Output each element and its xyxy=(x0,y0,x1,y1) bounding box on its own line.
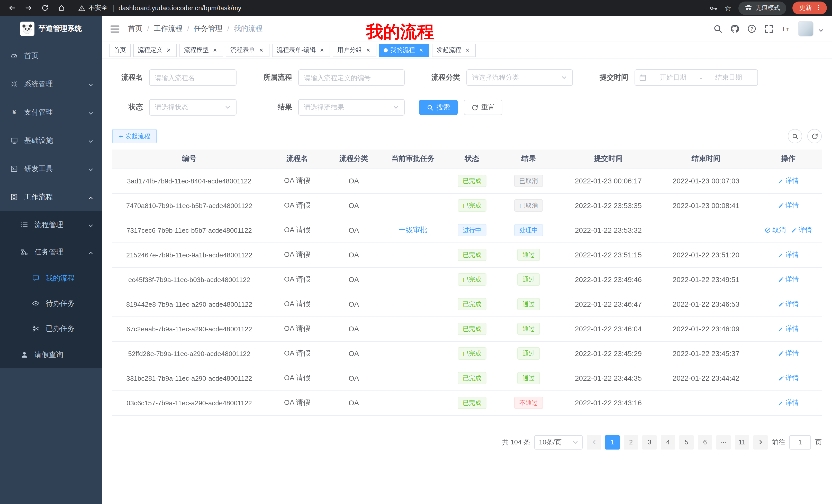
result-select[interactable]: 请选择流结果 xyxy=(298,99,405,116)
sidebar-item-支付管理[interactable]: ¥支付管理 xyxy=(0,98,102,127)
fullscreen-icon[interactable] xyxy=(764,24,773,33)
sidebar-item-label: 首页 xyxy=(24,51,38,60)
sidebar-item-系统管理[interactable]: 系统管理 xyxy=(0,70,102,98)
tab-label: 用户分组 xyxy=(337,46,362,54)
tab-我的流程[interactable]: 我的流程× xyxy=(379,44,430,57)
name-input[interactable] xyxy=(155,74,231,81)
sidebar-item-label: 我的流程 xyxy=(46,274,75,283)
sidebar-item-研发工具[interactable]: 研发工具 xyxy=(0,155,102,183)
refresh-button[interactable] xyxy=(807,129,822,143)
sidebar-item-已办任务[interactable]: 已办任务 xyxy=(0,316,102,341)
tab-流程表单-编辑[interactable]: 流程表单-编辑× xyxy=(272,44,330,57)
cell-category: OA xyxy=(328,193,380,218)
tab-发起流程[interactable]: 发起流程× xyxy=(432,44,476,57)
github-icon[interactable] xyxy=(730,24,739,33)
detail-link[interactable]: 详情 xyxy=(778,324,799,333)
tab-流程模型[interactable]: 流程模型× xyxy=(179,44,223,57)
back-icon[interactable] xyxy=(5,1,19,15)
detail-link[interactable]: 详情 xyxy=(778,250,799,259)
forward-icon[interactable] xyxy=(22,1,35,15)
filter-label-result: 结果 xyxy=(251,103,298,112)
close-icon[interactable]: × xyxy=(365,47,372,54)
close-icon[interactable]: × xyxy=(258,47,265,54)
more-icon[interactable] xyxy=(815,4,822,12)
search-icon[interactable] xyxy=(713,24,723,33)
status-badge: 已完成 xyxy=(458,249,487,261)
key-icon[interactable] xyxy=(709,4,717,12)
create-process-button[interactable]: + 发起流程 xyxy=(112,129,157,143)
detail-link[interactable]: 详情 xyxy=(778,201,799,210)
hamburger-icon[interactable] xyxy=(110,24,120,33)
sidebar-item-基础设施[interactable]: 基础设施 xyxy=(0,127,102,155)
reset-button[interactable]: 重置 xyxy=(464,100,502,115)
sidebar-item-工作流程[interactable]: 工作流程 xyxy=(0,183,102,211)
url-text: dashboard.yudao.iocoder.cn/bpm/task/my xyxy=(119,4,241,11)
submit-time-range[interactable]: 开始日期 - 结束日期 xyxy=(634,69,758,86)
breadcrumb-item[interactable]: 工作流程 xyxy=(154,24,183,33)
sidebar-item-任务管理[interactable]: 任务管理 xyxy=(0,239,102,265)
toggle-search-button[interactable] xyxy=(788,129,802,143)
status-badge: 进行中 xyxy=(458,224,487,236)
tab-流程定义[interactable]: 流程定义× xyxy=(133,44,177,57)
close-icon[interactable]: × xyxy=(318,47,326,54)
question-icon[interactable]: ? xyxy=(747,24,756,33)
chevron-down-icon xyxy=(561,75,567,81)
detail-link[interactable]: 详情 xyxy=(778,349,799,358)
range-separator: - xyxy=(700,74,702,81)
avatar[interactable] xyxy=(798,21,813,36)
cell-id: 331bc281-7b9a-11ec-a290-acde48001122 xyxy=(112,366,266,390)
sidebar-item-label: 基础设施 xyxy=(24,136,53,145)
app-logo[interactable]: 芋道管理系统 xyxy=(0,16,102,41)
reload-icon[interactable] xyxy=(38,1,51,15)
breadcrumb-item[interactable]: 首页 xyxy=(128,24,142,33)
page-size-select[interactable]: 10条/页 xyxy=(534,435,582,449)
close-icon[interactable]: × xyxy=(418,47,425,54)
sidebar: 芋道管理系统 首页系统管理¥支付管理基础设施研发工具工作流程流程管理任务管理我的… xyxy=(0,16,102,504)
definition-input[interactable] xyxy=(304,74,399,81)
status-select[interactable]: 请选择状态 xyxy=(149,99,237,116)
breadcrumb-item[interactable]: 任务管理 xyxy=(194,24,223,33)
sidebar-item-我的流程[interactable]: 我的流程 xyxy=(0,265,102,291)
detail-link[interactable]: 详情 xyxy=(778,300,799,309)
sidebar-item-待办任务[interactable]: 待办任务 xyxy=(0,291,102,316)
tab-流程表单[interactable]: 流程表单× xyxy=(226,44,269,57)
chevron-down-icon[interactable] xyxy=(818,26,824,32)
cancel-link[interactable]: 取消 xyxy=(765,226,786,235)
prev-page-button[interactable] xyxy=(587,435,601,449)
page-button-5[interactable]: 5 xyxy=(679,435,694,449)
update-button[interactable]: 更新 xyxy=(792,2,827,15)
sidebar-item-首页[interactable]: 首页 xyxy=(0,41,102,70)
page-button-2[interactable]: 2 xyxy=(624,435,638,449)
close-icon[interactable]: × xyxy=(211,47,218,54)
detail-link[interactable]: 详情 xyxy=(778,373,799,383)
font-size-icon[interactable]: TT xyxy=(781,24,790,33)
star-icon[interactable]: ☆ xyxy=(724,4,732,12)
page-ellipsis[interactable]: ··· xyxy=(716,435,731,449)
detail-link[interactable]: 详情 xyxy=(778,176,799,186)
search-button[interactable]: 搜索 xyxy=(419,100,458,115)
close-icon[interactable]: × xyxy=(165,47,172,54)
sidebar-item-请假查询[interactable]: 请假查询 xyxy=(0,341,102,368)
tab-用户分组[interactable]: 用户分组× xyxy=(333,44,376,57)
page-button-6[interactable]: 6 xyxy=(698,435,712,449)
goto-page-input[interactable] xyxy=(789,435,811,449)
category-select[interactable]: 请选择流程分类 xyxy=(466,69,573,86)
task-link[interactable]: 一级审批 xyxy=(398,226,427,234)
page-button-1[interactable]: 1 xyxy=(605,435,620,449)
close-icon[interactable]: × xyxy=(464,47,471,54)
sidebar-item-流程管理[interactable]: 流程管理 xyxy=(0,211,102,239)
tab-首页[interactable]: 首页 xyxy=(109,44,131,57)
home-icon[interactable] xyxy=(54,1,68,15)
page-button-3[interactable]: 3 xyxy=(642,435,657,449)
page-button-11[interactable]: 11 xyxy=(735,435,749,449)
detail-link[interactable]: 详情 xyxy=(778,398,799,408)
result-badge: 已取消 xyxy=(514,199,543,212)
next-page-button[interactable] xyxy=(753,435,768,449)
detail-link[interactable]: 详情 xyxy=(778,275,799,284)
address-bar[interactable]: 不安全 dashboard.yudao.iocoder.cn/bpm/task/… xyxy=(77,4,241,12)
detail-link[interactable]: 详情 xyxy=(791,226,812,235)
workflow-icon xyxy=(10,193,18,201)
cell-status: 已完成 xyxy=(446,267,498,292)
page-button-4[interactable]: 4 xyxy=(661,435,675,449)
cell-category: OA xyxy=(328,390,380,415)
